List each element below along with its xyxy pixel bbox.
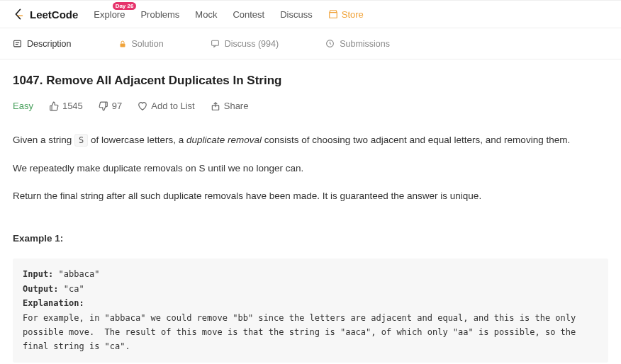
share-icon bbox=[211, 101, 220, 111]
code-inline: S bbox=[74, 134, 88, 147]
nav-discuss[interactable]: Discuss bbox=[280, 9, 313, 20]
problem-description: Given a string S of lowercase letters, a… bbox=[13, 132, 608, 363]
dislike-count: 97 bbox=[112, 101, 122, 111]
problem-title: 1047. Remove All Adjacent Duplicates In … bbox=[13, 74, 608, 88]
svg-rect-1 bbox=[14, 40, 21, 47]
submissions-icon bbox=[325, 39, 335, 48]
example-block: Input: "abbaca" Output: "ca" Explanation… bbox=[13, 258, 608, 362]
tab-submissions-label: Submissions bbox=[340, 39, 390, 49]
leetcode-icon bbox=[13, 8, 26, 21]
heart-icon bbox=[138, 101, 147, 111]
svg-rect-5 bbox=[211, 40, 218, 45]
description-icon bbox=[13, 39, 22, 48]
problem-tabs: Description Solution Discuss (994) Submi… bbox=[0, 28, 621, 59]
tab-description[interactable]: Description bbox=[13, 28, 72, 59]
tab-discuss[interactable]: Discuss (994) bbox=[211, 28, 279, 59]
example-label: Example 1: bbox=[13, 231, 608, 246]
store-icon bbox=[328, 9, 338, 19]
desc-paragraph-3: Return the final string after all such d… bbox=[13, 188, 608, 204]
content: 1047. Remove All Adjacent Duplicates In … bbox=[0, 59, 621, 364]
tab-solution[interactable]: Solution bbox=[118, 28, 164, 59]
share-button[interactable]: Share bbox=[211, 101, 249, 111]
lock-icon bbox=[118, 40, 127, 48]
share-label: Share bbox=[224, 101, 249, 111]
nav-explore[interactable]: Explore Day 26 bbox=[94, 9, 125, 20]
top-nav: LeetCode Explore Day 26 Problems Mock Co… bbox=[0, 0, 621, 28]
nav-contest[interactable]: Contest bbox=[233, 9, 264, 20]
add-to-list-button[interactable]: Add to List bbox=[138, 101, 194, 111]
desc-paragraph-1: Given a string S of lowercase letters, a… bbox=[13, 132, 608, 148]
tab-solution-label: Solution bbox=[132, 39, 164, 49]
day-badge: Day 26 bbox=[113, 2, 137, 10]
difficulty-badge: Easy bbox=[13, 101, 33, 111]
like-count: 1545 bbox=[62, 101, 83, 111]
svg-rect-4 bbox=[120, 43, 125, 47]
dislike-button[interactable]: 97 bbox=[99, 101, 122, 111]
problem-meta: Easy 1545 97 Add to List Share bbox=[13, 101, 608, 111]
like-button[interactable]: 1545 bbox=[49, 101, 83, 111]
nav-mock[interactable]: Mock bbox=[195, 9, 217, 20]
thumbs-up-icon bbox=[49, 101, 59, 111]
nav-store[interactable]: Store bbox=[328, 9, 364, 20]
nav-store-label: Store bbox=[342, 9, 364, 20]
logo[interactable]: LeetCode bbox=[13, 8, 78, 21]
add-to-list-label: Add to List bbox=[151, 101, 194, 111]
desc-paragraph-2: We repeatedly make duplicate removals on… bbox=[13, 161, 608, 176]
tab-discuss-label: Discuss (994) bbox=[225, 39, 279, 49]
nav-problems[interactable]: Problems bbox=[140, 9, 179, 20]
tab-description-label: Description bbox=[27, 39, 72, 49]
nav-explore-label: Explore bbox=[94, 9, 125, 20]
discuss-icon bbox=[211, 39, 220, 48]
svg-rect-0 bbox=[329, 13, 337, 18]
logo-text: LeetCode bbox=[30, 8, 78, 21]
thumbs-down-icon bbox=[99, 101, 108, 111]
tab-submissions[interactable]: Submissions bbox=[325, 28, 390, 59]
